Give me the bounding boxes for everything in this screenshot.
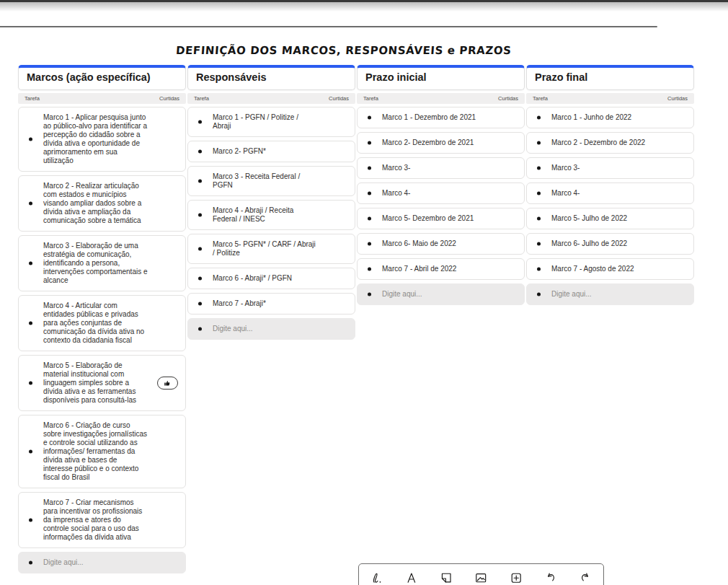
- image-icon: [474, 571, 488, 585]
- bullet-icon: [198, 180, 202, 183]
- note-text: Marco 4-: [551, 189, 580, 197]
- note-item[interactable]: Marco 3-: [357, 157, 525, 179]
- add-item-input[interactable]: Digite aqui...: [357, 283, 525, 305]
- note-grid: Marcos (ação específica) Tarefa Curtidas…: [18, 65, 694, 577]
- board-title[interactable]: DEFINIÇÃO DOS MARCOS, RESPONSÁVEIS e PRA…: [175, 44, 479, 57]
- redo-button[interactable]: [578, 571, 592, 585]
- text-tool-button[interactable]: [404, 571, 419, 585]
- note-text: Marco 1 - Dezembro de 2021: [382, 113, 476, 121]
- column-subheader: Tarefa Curtidas: [526, 93, 694, 104]
- bullet-icon: [368, 141, 371, 145]
- note-item[interactable]: Marco 4 - Articular com entidades públic…: [18, 295, 186, 351]
- note-item[interactable]: Marco 7 - Criar mecanismos para incentiv…: [18, 492, 186, 548]
- column-prazo-final: Prazo final Tarefa Curtidas Marco 1 - Ju…: [526, 65, 694, 309]
- note-item[interactable]: Marco 5- Julho de 2022: [526, 208, 694, 229]
- add-item-input[interactable]: Digite aqui...: [18, 552, 186, 573]
- note-item[interactable]: Marco 5- PGFN* / CARF / Abraji / Politiz…: [187, 234, 355, 264]
- bullet-icon: [368, 242, 371, 246]
- note-text: Marco 1 - Junho de 2022: [551, 113, 631, 121]
- undo-icon: [543, 571, 558, 585]
- bullet-icon: [29, 138, 32, 141]
- column-subheader: Tarefa Curtidas: [187, 93, 355, 104]
- like-button[interactable]: [157, 377, 178, 390]
- bullet-icon: [198, 150, 202, 154]
- note-tool-button[interactable]: [439, 571, 453, 585]
- note-text: Marco 5- PGFN* / CARF / Abraji / Politiz…: [213, 240, 316, 257]
- item-list: Marco 1 - Dezembro de 2021 Marco 2- Deze…: [357, 107, 525, 305]
- column-title-card[interactable]: Prazo final: [526, 65, 694, 90]
- note-item[interactable]: Marco 6 - Criação de curso sobre investi…: [18, 415, 186, 488]
- thumbs-up-icon: [164, 379, 172, 387]
- bullet-icon: [29, 561, 32, 565]
- note-item[interactable]: Marco 4-: [526, 182, 694, 204]
- note-text: Marco 2 - Dezembro de 2022: [551, 138, 645, 146]
- bullet-icon: [198, 277, 202, 281]
- item-list: Marco 1 - Aplicar pesquisa junto ao públ…: [18, 107, 186, 573]
- note-text: Marco 6- Julho de 2022: [551, 239, 627, 247]
- note-item[interactable]: Marco 3 - Receita Federal / PGFN: [187, 166, 355, 196]
- note-item[interactable]: Marco 7 - Agosto de 2022: [526, 258, 694, 280]
- note-text: Marco 4 - Articular com entidades públic…: [43, 302, 144, 344]
- add-item-input[interactable]: Digite aqui...: [526, 283, 694, 305]
- note-item[interactable]: Marco 5- Dezembro de 2021: [357, 208, 525, 229]
- column-title-card[interactable]: Prazo inicial: [357, 65, 525, 90]
- note-item[interactable]: Marco 1 - PGFN / Politize / Abraji: [187, 107, 355, 137]
- column-title-card[interactable]: Responsáveis: [187, 65, 355, 90]
- note-item[interactable]: Marco 3 - Elaboração de uma estratégia d…: [18, 235, 186, 291]
- note-text: Marco 7 - Abraji*: [213, 299, 266, 307]
- top-bar-shadow: [0, 2, 728, 12]
- likes-label: Curtidas: [667, 95, 688, 102]
- note-text: Marco 5 - Elaboração de material institu…: [43, 361, 136, 404]
- bullet-icon: [368, 192, 371, 195]
- add-item-placeholder: Digite aqui...: [551, 290, 592, 298]
- note-text: Marco 3 - Elaboração de uma estratégia d…: [43, 242, 148, 284]
- note-item[interactable]: Marco 1 - Dezembro de 2021: [357, 107, 525, 128]
- note-item[interactable]: Marco 2- PGFN*: [187, 141, 355, 162]
- column-responsaveis: Responsáveis Tarefa Curtidas Marco 1 - P…: [187, 65, 355, 343]
- note-item[interactable]: Marco 1 - Aplicar pesquisa junto ao públ…: [18, 107, 186, 172]
- image-tool-button[interactable]: [474, 571, 488, 585]
- column-subheader: Tarefa Curtidas: [18, 93, 186, 104]
- note-text: Marco 1 - PGFN / Politize / Abraji: [213, 113, 298, 130]
- bullet-icon: [537, 192, 541, 195]
- note-item[interactable]: Marco 2 - Dezembro de 2022: [526, 132, 694, 154]
- column-title-card[interactable]: Marcos (ação específica): [18, 65, 186, 90]
- note-item[interactable]: Marco 1 - Junho de 2022: [526, 107, 694, 128]
- ink-stroke-divider: [0, 26, 657, 27]
- undo-button[interactable]: [543, 571, 558, 585]
- note-text: Marco 1 - Aplicar pesquisa junto ao públ…: [43, 113, 147, 164]
- bullet-icon: [29, 202, 32, 206]
- note-item[interactable]: Marco 4 - Abraji / Receita Federal / INE…: [187, 200, 355, 230]
- add-item-placeholder: Digite aqui...: [43, 558, 84, 566]
- note-icon: [439, 571, 453, 585]
- note-item[interactable]: Marco 2- Dezembro de 2021: [357, 132, 525, 154]
- note-item[interactable]: Marco 2 - Realizar articulação com estad…: [18, 175, 186, 232]
- column-title: Marcos (ação específica): [27, 71, 177, 84]
- task-label: Tarefa: [533, 95, 548, 102]
- column-prazo-inicial: Prazo inicial Tarefa Curtidas Marco 1 - …: [357, 65, 525, 309]
- bullet-icon: [29, 322, 32, 325]
- column-title: Prazo final: [535, 71, 685, 84]
- insert-tool-button[interactable]: [509, 571, 523, 585]
- bullet-icon: [198, 214, 202, 217]
- bullet-icon: [29, 519, 32, 522]
- column-title: Prazo inicial: [365, 71, 516, 84]
- note-text: Marco 2- PGFN*: [213, 147, 266, 155]
- note-item[interactable]: Marco 5 - Elaboração de material institu…: [18, 355, 186, 411]
- note-text: Marco 2- Dezembro de 2021: [382, 138, 474, 146]
- note-item[interactable]: Marco 7 - Abraji*: [187, 293, 355, 315]
- add-item-input[interactable]: Digite aqui...: [187, 318, 355, 340]
- ink-pen-tool-button[interactable]: [370, 571, 384, 585]
- note-item[interactable]: Marco 3-: [526, 157, 694, 179]
- note-text: Marco 7 - Criar mecanismos para incentiv…: [43, 498, 142, 541]
- note-item[interactable]: Marco 6- Julho de 2022: [526, 233, 694, 255]
- note-text: Marco 6 - Criação de curso sobre investi…: [43, 421, 147, 481]
- bullet-icon: [537, 293, 541, 296]
- item-list: Marco 1 - PGFN / Politize / Abraji Marco…: [187, 107, 355, 340]
- likes-label: Curtidas: [159, 95, 179, 102]
- note-item[interactable]: Marco 6 - Abraji* / PGFN: [187, 268, 355, 289]
- note-item[interactable]: Marco 6- Maio de 2022: [357, 233, 525, 255]
- note-item[interactable]: Marco 4-: [357, 182, 525, 204]
- add-item-placeholder: Digite aqui...: [382, 290, 422, 298]
- note-item[interactable]: Marco 7 - Abril de 2022: [357, 258, 525, 280]
